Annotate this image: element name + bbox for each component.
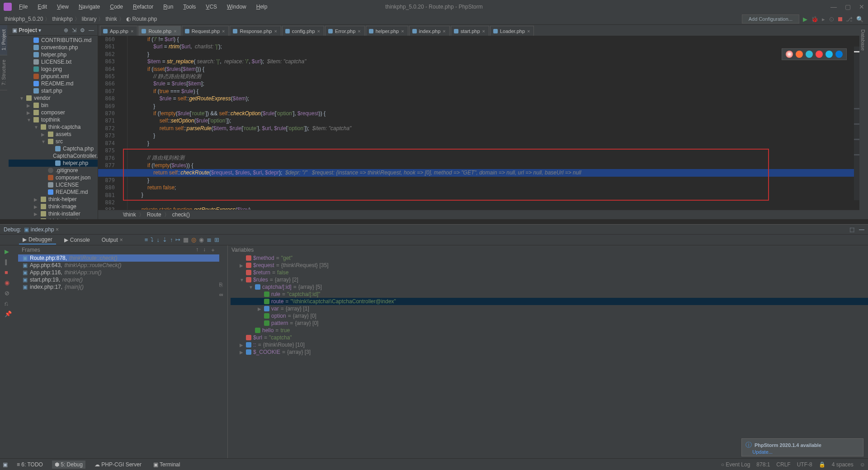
editor-tab[interactable]: Response.php × <box>230 26 281 36</box>
tree-node[interactable]: .gitignore <box>9 167 98 174</box>
show-exec-icon[interactable]: ≡ <box>145 236 148 243</box>
variable-node[interactable]: route = "\\think\\captcha\\CaptchaContro… <box>231 298 868 305</box>
variable-node[interactable]: $return = false <box>231 269 868 276</box>
code-breadcrumb[interactable]: \think〉Route〉check() <box>98 210 859 219</box>
tree-node[interactable]: convention.php <box>9 44 98 51</box>
debug-hide-icon[interactable]: — <box>859 226 864 233</box>
tree-node[interactable]: LICENSE.txt <box>9 58 98 66</box>
tree-node[interactable]: start.php <box>9 87 98 94</box>
tree-node[interactable]: ▶think-installer <box>9 210 98 217</box>
todo-tab[interactable]: ≡ 6: TODO <box>14 461 46 469</box>
maximize-icon[interactable]: ▢ <box>845 3 851 10</box>
menu-refactor[interactable]: Refactor <box>129 3 157 11</box>
settings-icon[interactable]: ⊞ <box>214 236 219 243</box>
variable-node[interactable]: ▶ var = {array} [1] <box>231 305 868 312</box>
debug-settings-icon[interactable]: ⬚ <box>849 226 854 233</box>
update-link[interactable]: Update... <box>752 449 773 455</box>
prev-frame-icon[interactable]: ↑ <box>196 246 198 254</box>
menu-window[interactable]: Window <box>223 3 250 11</box>
mute-icon[interactable]: ⊘ <box>5 290 14 296</box>
coverage-icon[interactable]: ▸ <box>822 16 825 23</box>
editor-tab[interactable]: Request.php × <box>182 26 229 36</box>
stack-frame[interactable]: ▣ Route.php:878, think\Route::check() <box>18 254 219 262</box>
tree-node[interactable]: README.md <box>9 188 98 196</box>
git-icon[interactable]: ⎇ <box>846 16 853 23</box>
breadcrumb-item[interactable]: library <box>82 16 97 22</box>
stack-frame[interactable]: ▣ App.php:116, think\App::run() <box>18 269 219 276</box>
step-into-icon[interactable]: ↓ <box>156 236 160 243</box>
tree-node[interactable]: ▶composer <box>9 109 98 116</box>
stop-icon[interactable] <box>838 17 842 21</box>
chrome-icon[interactable] <box>786 51 793 58</box>
minimap-scrollbar[interactable] <box>854 47 859 200</box>
project-tree[interactable]: CONTRIBUTING.mdconvention.phphelper.phpL… <box>9 36 98 219</box>
variable-node[interactable]: ▶ $_COOKIE = {array} [3] <box>231 348 868 356</box>
stack-frame[interactable]: ▣ index.php:17, {main}() <box>18 283 219 291</box>
minimize-icon[interactable]: — <box>830 3 837 10</box>
console-tab[interactable]: ▶ Console <box>61 236 94 244</box>
frames-list[interactable]: ▣ Route.php:878, think\Route::check()▣ A… <box>18 254 219 291</box>
tree-node[interactable]: Captcha.php <box>9 145 98 152</box>
menu-edit[interactable]: Edit <box>34 3 51 11</box>
run-icon[interactable]: ▶ <box>803 16 807 23</box>
profile-icon[interactable]: ⏲ <box>829 16 835 23</box>
mute-bp-icon[interactable]: ◉ <box>199 236 204 243</box>
event-log-button[interactable]: ○ Event Log <box>721 461 750 468</box>
breadcrumb-item[interactable]: thinkphp <box>52 16 72 22</box>
copy-icon[interactable]: ⎘ <box>219 282 227 288</box>
collapse-all-icon[interactable]: ⇲ <box>72 27 76 33</box>
breadcrumb-item[interactable]: think <box>105 16 117 22</box>
editor-tab[interactable]: start.php × <box>451 26 489 36</box>
view-bp-icon[interactable]: ≣ <box>207 236 212 243</box>
encoding[interactable]: UTF-8 <box>797 461 812 468</box>
tree-node[interactable]: CaptchaController.ph <box>9 152 98 160</box>
firefox-icon[interactable] <box>796 51 803 58</box>
ie-icon[interactable] <box>826 51 833 58</box>
right-tab-database[interactable]: Database <box>859 25 867 55</box>
tree-node[interactable]: README.md <box>9 80 98 87</box>
editor-tab[interactable]: config.php × <box>282 26 324 36</box>
eval-icon[interactable]: ▦ <box>183 236 189 243</box>
step-over-icon[interactable]: ⤵ <box>151 236 154 243</box>
editor-tab[interactable]: helper.php × <box>366 26 408 36</box>
menu-vcs[interactable]: VCS <box>202 3 221 11</box>
tree-node[interactable]: composer.json <box>9 174 98 181</box>
menu-tools[interactable]: Tools <box>179 3 199 11</box>
lock-icon[interactable]: 🔒 <box>819 461 826 468</box>
edge-icon[interactable] <box>835 51 843 58</box>
safari-icon[interactable] <box>806 51 813 58</box>
variable-node[interactable]: rule = "captcha/[:id]" <box>231 291 868 298</box>
stop-debug-icon[interactable]: ■ <box>5 269 14 276</box>
editor-tab[interactable]: index.php × <box>409 26 450 36</box>
variable-node[interactable]: hello = true <box>231 327 868 334</box>
mem-indicator[interactable]: ☺ <box>860 461 865 468</box>
variable-node[interactable]: $method = "get" <box>231 254 868 262</box>
update-notification[interactable]: ⓘPhpStorm 2020.1.4 available Update... <box>741 438 863 456</box>
pin-icon[interactable]: 📌 <box>5 310 14 317</box>
menu-help[interactable]: Help <box>253 3 271 11</box>
tree-node[interactable]: ▼src <box>9 138 98 145</box>
next-frame-icon[interactable]: ↓ <box>203 246 206 254</box>
tool-menu-icon[interactable]: ▣ <box>3 461 8 468</box>
code-area[interactable]: if ('/' != $url) { $url = rtrim($url, ch… <box>127 36 859 210</box>
add-configuration-button[interactable]: Add Configuration... <box>742 14 799 24</box>
editor-tab[interactable]: Route.php × <box>138 26 180 36</box>
tree-node[interactable]: ▼vendor <box>9 94 98 102</box>
settings-gear-icon[interactable]: ⚙ <box>80 27 85 33</box>
tree-node[interactable]: ▶think-migration <box>9 217 98 219</box>
variable-node[interactable]: ▼ $rules = {array} [2] <box>231 276 868 283</box>
tree-node[interactable]: ▶think-helper <box>9 196 98 203</box>
tree-node[interactable]: logo.png <box>9 66 98 73</box>
variable-node[interactable]: ▶ :: = {think\Route} [10] <box>231 341 868 348</box>
resume-icon[interactable]: ▶ <box>5 248 14 255</box>
tree-node[interactable]: ▼think-captcha <box>9 123 98 131</box>
link-icon[interactable]: ∞ <box>219 291 227 298</box>
run-to-cursor-icon[interactable]: ↦ <box>175 236 180 243</box>
breadcrumb-item[interactable]: ◐ Route.php <box>126 16 157 22</box>
layout-icon[interactable]: ⎌ <box>5 300 14 307</box>
tree-node[interactable]: ▼topthink <box>9 116 98 123</box>
tree-node[interactable]: ▶assets <box>9 131 98 138</box>
left-tab-project[interactable]: 1: Project <box>0 25 7 55</box>
editor-tab[interactable]: Error.php × <box>325 26 365 36</box>
editor-tab[interactable]: Loader.php × <box>490 26 534 36</box>
